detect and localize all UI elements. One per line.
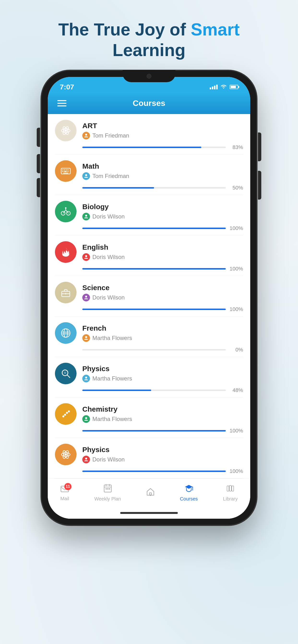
course-icon-physics2: [55, 444, 77, 465]
progress-bar-bg-math: [82, 187, 226, 188]
progress-pct-art: 83%: [229, 144, 243, 150]
course-header-science: Science Doris Wilson: [55, 282, 243, 303]
teacher-name-physics2: Doris Wilson: [92, 456, 125, 463]
course-icon-chemistry: [55, 403, 77, 425]
progress-bar-bg-physics2: [82, 470, 226, 472]
course-info-art: ART Tom Friedman: [82, 122, 243, 140]
course-item-physics2[interactable]: Physics Doris Wilson 100%: [55, 438, 243, 478]
svg-rect-48: [107, 488, 108, 490]
teacher-name-chemistry: Martha Flowers: [92, 416, 132, 422]
nav-item-weekly-plan[interactable]: Weekly Plan: [94, 484, 121, 502]
nav-icon-home: [146, 488, 155, 498]
course-info-physics1: Physics Martha Flowers: [82, 365, 243, 382]
progress-row-biology: 100%: [55, 225, 243, 232]
teacher-avatar-english: [82, 253, 90, 261]
nav-icon-weekly-plan: [104, 484, 112, 495]
course-header-art: ART Tom Friedman: [55, 120, 243, 141]
course-info-science: Science Doris Wilson: [82, 284, 243, 302]
title-text-2: Learning: [112, 40, 186, 60]
progress-pct-math: 50%: [229, 185, 243, 191]
teacher-avatar-physics2: [82, 456, 90, 463]
teacher-name-french: Martha Flowers: [92, 335, 132, 342]
progress-bar-fill-physics1: [82, 390, 151, 391]
teacher-name-biology: Doris Wilson: [92, 213, 125, 220]
progress-bar-bg-french: [82, 349, 226, 350]
progress-pct-french: 0%: [229, 347, 243, 353]
teacher-avatar-chemistry: [82, 415, 90, 423]
svg-rect-49: [109, 488, 110, 490]
course-icon-biology: [55, 201, 77, 222]
course-icon-physics1: [55, 363, 77, 384]
course-info-chemistry: Chemistry Martha Flowers: [82, 405, 243, 423]
nav-item-courses[interactable]: Courses: [180, 484, 198, 502]
teacher-row-science: Doris Wilson: [82, 294, 243, 302]
course-item-art[interactable]: ART Tom Friedman 83%: [55, 114, 243, 154]
teacher-avatar-physics1: [82, 375, 90, 382]
svg-point-14: [85, 174, 87, 176]
svg-rect-12: [67, 171, 68, 172]
course-icon-french: [55, 322, 77, 344]
nav-label-library: Library: [223, 496, 238, 502]
teacher-name-english: Doris Wilson: [92, 254, 125, 260]
progress-row-science: 100%: [55, 306, 243, 312]
progress-row-chemistry: 100%: [55, 428, 243, 434]
progress-bar-bg-physics1: [82, 390, 226, 391]
course-header-english: English Doris Wilson: [55, 241, 243, 263]
course-name-physics1: Physics: [82, 365, 243, 373]
svg-rect-13: [63, 173, 68, 174]
svg-rect-52: [227, 486, 229, 491]
teacher-avatar-math: [82, 172, 90, 180]
course-item-science[interactable]: Science Doris Wilson 100%: [55, 276, 243, 316]
course-item-chemistry[interactable]: Chemistry Martha Flowers 100%: [55, 398, 243, 438]
svg-point-30: [64, 372, 66, 374]
progress-row-physics2: 100%: [55, 468, 243, 474]
menu-button[interactable]: [57, 100, 66, 106]
course-item-english[interactable]: English Doris Wilson 100%: [55, 236, 243, 276]
course-info-english: English Doris Wilson: [82, 243, 243, 261]
course-info-biology: Biology Doris Wilson: [82, 203, 243, 220]
course-info-physics2: Physics Doris Wilson: [82, 446, 243, 463]
app-header: Courses: [48, 92, 250, 114]
progress-row-art: 83%: [55, 144, 243, 150]
nav-item-home[interactable]: [146, 488, 155, 498]
course-header-biology: Biology Doris Wilson: [55, 201, 243, 222]
course-name-biology: Biology: [82, 203, 243, 211]
nav-label-mail: Mail: [60, 496, 69, 502]
nav-icon-wrap-library: [226, 484, 235, 495]
nav-item-library[interactable]: Library: [223, 484, 238, 502]
teacher-avatar-science: [82, 294, 90, 302]
teacher-row-physics1: Martha Flowers: [82, 375, 243, 382]
nav-badge-mail: 11: [64, 483, 72, 490]
course-header-physics1: Physics Martha Flowers: [55, 363, 243, 384]
teacher-avatar-art: [82, 132, 90, 140]
battery-icon: [230, 85, 238, 89]
course-name-physics2: Physics: [82, 446, 243, 454]
svg-line-29: [67, 375, 70, 378]
svg-rect-47: [106, 488, 107, 490]
progress-pct-science: 100%: [229, 306, 243, 312]
teacher-name-math: Tom Friedman: [92, 173, 129, 180]
course-item-physics1[interactable]: Physics Martha Flowers 48%: [55, 357, 243, 398]
teacher-row-english: Doris Wilson: [82, 253, 243, 261]
svg-rect-54: [232, 486, 234, 491]
progress-bar-bg-biology: [82, 228, 226, 229]
nav-item-mail[interactable]: 11 Mail: [60, 484, 69, 502]
signal-icon: [210, 84, 218, 89]
svg-point-36: [85, 417, 87, 419]
progress-row-english: 100%: [55, 266, 243, 272]
teacher-row-art: Tom Friedman: [82, 132, 243, 140]
course-header-french: French Martha Flowers: [55, 322, 243, 344]
progress-bar-bg-art: [82, 146, 226, 148]
course-name-french: French: [82, 324, 243, 332]
course-info-french: French Martha Flowers: [82, 324, 243, 342]
svg-point-41: [85, 458, 87, 460]
course-item-math[interactable]: Math Tom Friedman 50%: [55, 154, 243, 195]
nav-label-courses: Courses: [180, 496, 198, 502]
title-highlight: Smart: [191, 20, 240, 39]
progress-bar-fill-biology: [82, 228, 226, 229]
course-item-biology[interactable]: Biology Doris Wilson 100%: [55, 195, 243, 236]
course-item-french[interactable]: French Martha Flowers 0%: [55, 316, 243, 357]
teacher-row-physics2: Doris Wilson: [82, 456, 243, 463]
course-header-math: Math Tom Friedman: [55, 160, 243, 182]
course-name-english: English: [82, 243, 243, 251]
